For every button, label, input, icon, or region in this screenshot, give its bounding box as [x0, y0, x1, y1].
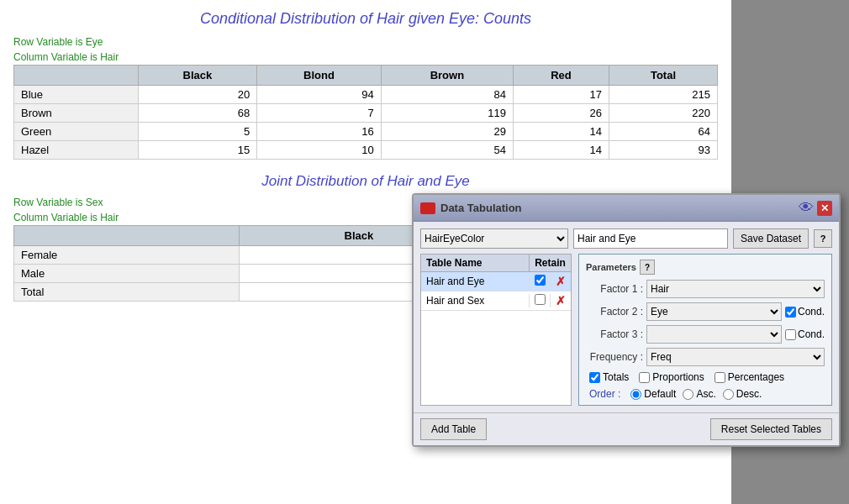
order-asc-radio[interactable] [683, 389, 693, 400]
dataset-name-input[interactable] [573, 228, 728, 249]
add-table-button[interactable]: Add Table [420, 418, 487, 440]
order-row: Order : Default Asc. Desc. [586, 388, 825, 400]
delete-icon-2[interactable]: ✗ [556, 294, 566, 307]
dialog-row1: HairEyeColor Save Dataset ? [420, 228, 832, 249]
factor2-select[interactable]: Eye [646, 302, 782, 321]
table-delete-2[interactable]: ✗ [550, 294, 571, 307]
factor3-row: Factor 3 : Cond. [586, 325, 825, 344]
order-default-label[interactable]: Default [630, 388, 676, 400]
camera-icon [420, 202, 435, 214]
order-desc-label[interactable]: Desc. [723, 388, 762, 400]
close-button[interactable]: ✕ [817, 201, 832, 216]
parameters-panel: Parameters ? Factor 1 : Hair Factor 2 : … [578, 254, 832, 406]
eye-icon[interactable]: 👁 [799, 199, 814, 217]
totals-checkbox[interactable] [589, 372, 600, 383]
col-header-total-1: Total [609, 66, 717, 86]
save-dataset-button[interactable]: Save Dataset [733, 228, 809, 249]
col-header-black-1: Black [138, 66, 257, 86]
proportions-label[interactable]: Proportions [639, 371, 704, 383]
dataset-select[interactable]: HairEyeColor [420, 228, 568, 249]
dialog-title-left: Data Tabulation [420, 202, 522, 214]
table-retain-check-2[interactable] [529, 294, 550, 307]
col-header-empty-1 [14, 66, 139, 86]
proportions-checkbox[interactable] [639, 372, 650, 383]
table-retain-check-1[interactable] [529, 275, 550, 288]
data-tabulation-dialog: Data Tabulation 👁 ✕ HairEyeColor Save Da… [412, 193, 841, 447]
order-label: Order : [589, 388, 620, 400]
row-var-label-1: Row Variable is Eye Column Variable is H… [0, 34, 731, 65]
table-list-item-1[interactable]: Hair and Eye ✗ [421, 272, 571, 291]
svg-rect-0 [422, 206, 434, 213]
dialog-body: HairEyeColor Save Dataset ? Table Name R… [414, 222, 839, 412]
col-header-red-1: Red [514, 66, 609, 86]
page-title-2: Joint Distribution of Hair and Eye [0, 160, 731, 195]
checkboxes-row: Totals Proportions Percentages [586, 371, 825, 383]
factor2-cond[interactable]: Cond. [785, 306, 825, 318]
help-button[interactable]: ? [814, 229, 832, 248]
percentages-label[interactable]: Percentages [715, 371, 784, 383]
params-help-button[interactable]: ? [640, 260, 655, 275]
table-row: Hazel 15 10 54 14 93 [14, 141, 718, 160]
table-row: Brown 68 7 119 26 220 [14, 104, 718, 123]
order-default-radio[interactable] [630, 389, 641, 400]
factor1-select[interactable]: Hair [646, 280, 825, 298]
table-delete-1[interactable]: ✗ [550, 275, 571, 288]
delete-icon-1[interactable]: ✗ [556, 275, 566, 288]
tables-col-name-header: Table Name [421, 255, 529, 271]
page-title-1: Conditional Distribution of Hair given E… [0, 0, 731, 34]
frequency-row: Frequency : Freq [586, 348, 825, 366]
factor1-label: Factor 1 : [586, 283, 643, 295]
col-header-empty-2 [14, 226, 240, 246]
factor1-row: Factor 1 : Hair [586, 280, 825, 298]
factor3-select[interactable] [646, 325, 782, 344]
dialog-title-icons: 👁 ✕ [799, 199, 832, 217]
factor3-cond-checkbox[interactable] [785, 329, 796, 340]
dialog-footer: Add Table Reset Selected Tables [414, 412, 839, 445]
factor2-cond-checkbox[interactable] [785, 307, 796, 318]
table-row: Green 5 16 29 14 64 [14, 123, 718, 141]
tables-panel: Table Name Retain Hair and Eye ✗ Hair an… [420, 254, 572, 406]
factor3-cond[interactable]: Cond. [785, 328, 825, 340]
table-1: Black Blond Brown Red Total Blue 20 94 8… [13, 65, 718, 160]
params-title: Parameters ? [586, 260, 825, 275]
frequency-select[interactable]: Freq [646, 348, 825, 366]
table-name-2: Hair and Sex [421, 291, 529, 310]
tables-col-retain-header: Retain [529, 255, 571, 271]
frequency-label: Frequency : [586, 351, 643, 363]
col-header-blond-1: Blond [257, 66, 381, 86]
factor2-label: Factor 2 : [586, 306, 643, 318]
dialog-content: Table Name Retain Hair and Eye ✗ Hair an… [420, 254, 832, 406]
percentages-checkbox[interactable] [715, 372, 725, 383]
dialog-titlebar: Data Tabulation 👁 ✕ [414, 195, 839, 222]
factor2-row: Factor 2 : Eye Cond. [586, 302, 825, 321]
order-asc-label[interactable]: Asc. [683, 388, 715, 400]
table-row: Blue 20 94 84 17 215 [14, 86, 718, 104]
order-desc-radio[interactable] [723, 389, 734, 400]
reset-selected-tables-button[interactable]: Reset Selected Tables [710, 418, 832, 440]
totals-label[interactable]: Totals [589, 371, 629, 383]
col-header-brown-1: Brown [381, 66, 513, 86]
tables-header: Table Name Retain [421, 255, 571, 272]
table-list-item-2[interactable]: Hair and Sex ✗ [421, 291, 571, 311]
dialog-title-text: Data Tabulation [440, 202, 522, 214]
table-name-1: Hair and Eye [421, 272, 529, 291]
factor3-label: Factor 3 : [586, 328, 643, 340]
